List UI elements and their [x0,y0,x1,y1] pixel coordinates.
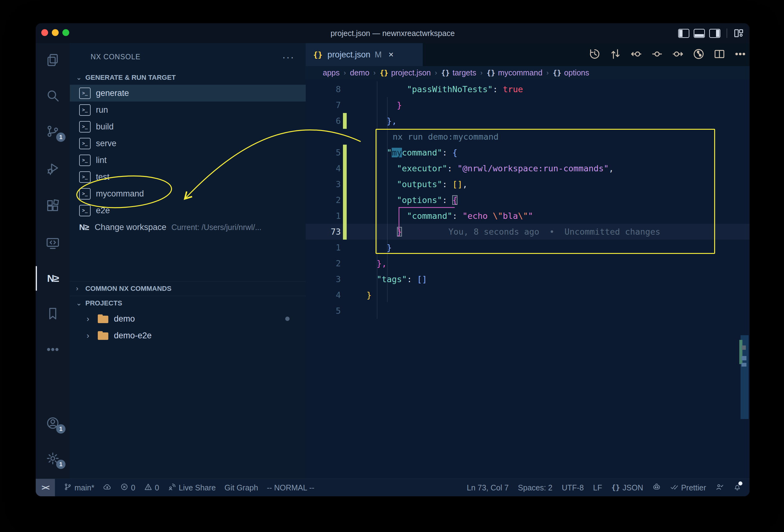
split-editor-icon[interactable] [713,48,726,61]
sidebar-item-demo-e2e[interactable]: ›demo-e2e [70,327,306,344]
sync-icon [103,483,111,493]
breadcrumb-separator: › [435,69,437,77]
breadcrumb-item-apps[interactable]: apps [323,68,340,77]
badge: 1 [56,133,65,142]
braces-icon: {} [611,483,620,492]
toggle-panel-icon[interactable] [694,29,705,38]
status-errors-icon[interactable]: 0 [120,479,135,496]
sidebar-item-serve[interactable]: >_serve [70,135,306,152]
toggle-secondary-sidebar-icon[interactable] [709,29,720,38]
line-number: 3 [306,271,341,287]
more-actions-icon[interactable] [734,48,747,61]
breadcrumb-item-options[interactable]: {}options [553,68,589,77]
badge: 1 [56,424,65,433]
sidebar-item-mycommand[interactable]: >_mycommand [70,185,306,202]
toggle-primary-sidebar-icon[interactable] [678,29,689,38]
warnings-icon [144,483,152,493]
chevron-right-icon[interactable]: › [79,331,98,340]
sidebar-item-generate[interactable]: >_generate [70,85,306,102]
status-remote-icon[interactable]: >< [36,479,55,496]
code-line: 8 "passWithNoTests": true [306,81,750,97]
status-feedback-icon[interactable] [716,479,724,496]
sidebar-item-change-workspace[interactable]: N≥Change workspaceCurrent: /Users/juri/n… [70,219,306,235]
overview-ruler-mark [742,345,746,350]
chevron-right-icon: › [76,285,85,293]
status-braces-icon[interactable]: {}JSON [611,479,643,496]
search-activity-item[interactable] [36,81,70,111]
tab-modified-indicator: M [374,50,382,60]
status-bell-icon[interactable] [733,479,741,496]
json-braces-icon: {} [487,69,495,77]
change-icon[interactable] [651,48,663,61]
accounts-activity-item[interactable]: 1 [36,409,70,439]
feedback-icon [716,483,724,493]
sidebar-title: NX CONSOLE [91,53,282,61]
files-activity-item[interactable] [36,46,70,76]
line-number: 8 [306,81,341,97]
compare-changes-icon[interactable] [609,48,622,61]
status-copilot-icon[interactable] [652,479,661,496]
section-header-generate-run-target[interactable]: ⌄GENERATE & RUN TARGET [70,71,306,85]
status-prettier-check-icon[interactable]: Prettier [670,479,706,496]
remote-explorer-activity-item[interactable] [36,229,70,258]
sidebar-more-actions-icon[interactable]: ··· [282,54,295,60]
breadcrumb-separator: › [343,69,346,77]
code-editor[interactable]: 8 "passWithNoTests": true7 }6 },nx run d… [306,80,750,479]
status-lf[interactable]: LF [593,479,602,496]
nx-console-activity-item[interactable]: N≥ [36,263,70,293]
history-icon[interactable] [588,48,601,61]
more-views-activity-item[interactable] [36,335,70,365]
line-number: 1 [306,240,341,255]
section-header-common-nx-commands[interactable]: ›COMMON NX COMMANDS [70,281,306,296]
sidebar-item-run[interactable]: >_run [70,102,306,118]
code-line: 4} [306,287,750,303]
status-spaces-2[interactable]: Spaces: 2 [518,479,553,496]
nx-icon: N≥ [79,223,95,232]
run-target-icon: >_ [79,87,91,99]
titlebar-separator [727,29,727,38]
bookmarks-icon [46,306,60,322]
next-change-icon[interactable] [672,48,684,61]
customize-layout-icon[interactable] [733,28,744,38]
status-git-branch-icon[interactable]: main* [64,479,94,496]
run-target-icon: >_ [79,121,91,133]
status-ln-73-col-7[interactable]: Ln 73, Col 7 [467,479,509,496]
breadcrumb-item-project-json[interactable]: {}project.json [380,68,431,77]
status-live-share-icon[interactable]: Live Share [168,479,216,496]
previous-change-icon[interactable] [630,48,642,61]
breadcrumb-item-mycommand[interactable]: {}mycommand [487,68,542,77]
sidebar-item-lint[interactable]: >_lint [70,152,306,169]
section-header-projects[interactable]: ⌄PROJECTS [70,296,306,310]
tab-label: project.json [328,50,370,60]
run-target-icon: >_ [79,171,91,183]
status-sync-icon[interactable] [103,479,111,496]
line-number: 5 [306,303,341,319]
source-control-activity-item[interactable]: 1 [36,117,70,147]
status-utf-8[interactable]: UTF-8 [562,479,584,496]
tab-bar: {} project.json M × [306,43,750,66]
sidebar-item-demo[interactable]: ›demo [70,310,306,327]
status-git-graph[interactable]: Git Graph [224,479,258,496]
sidebar-item-test[interactable]: >_test [70,169,306,185]
sidebar-item-e2e[interactable]: >_e2e [70,202,306,219]
breadcrumb-item-demo[interactable]: demo [350,68,370,77]
run-debug-activity-item[interactable] [36,154,70,184]
status-normal[interactable]: -- NORMAL -- [267,479,314,496]
sidebar-item-build[interactable]: >_build [70,118,306,135]
extensions-activity-item[interactable] [36,192,70,221]
chevron-right-icon[interactable]: › [79,314,98,324]
overview-ruler-modified-mark [739,340,743,364]
bookmarks-activity-item[interactable] [36,299,70,329]
breadcrumb-item-targets[interactable]: {}targets [441,68,476,77]
tab-close-icon[interactable]: × [389,50,394,60]
project-status-dot [285,316,289,321]
nx-console-sidebar: NX CONSOLE ··· ⌄GENERATE & RUN TARGET>_g… [70,43,306,479]
open-changes-icon[interactable] [693,48,705,61]
code-line: 7 } [306,97,750,113]
tab-project-json[interactable]: {} project.json M × [306,43,423,66]
json-braces-icon: {} [380,69,388,77]
status-warnings-icon[interactable]: 0 [144,479,159,496]
settings-gear-activity-item[interactable]: 1 [36,444,70,474]
chevron-down-icon: ⌄ [76,74,85,82]
run-target-icon: >_ [79,104,91,116]
